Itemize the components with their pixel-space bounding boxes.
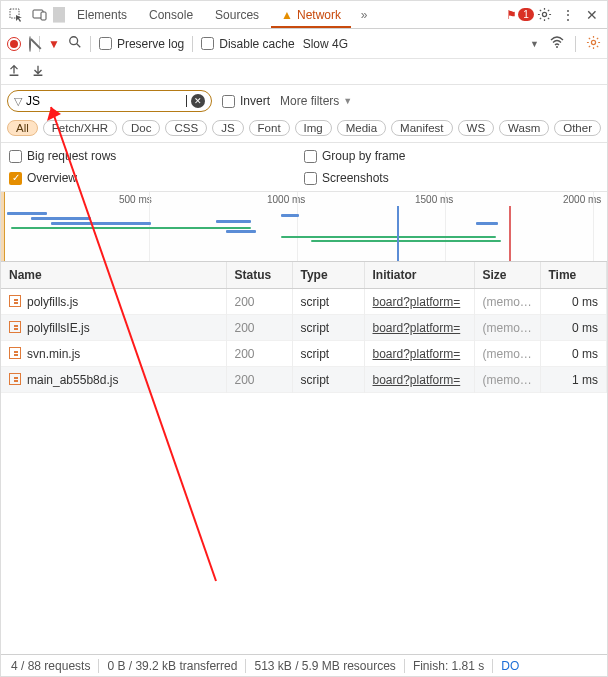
kebab-icon[interactable]: ⋮ (557, 4, 579, 26)
type-pill-doc[interactable]: Doc (122, 120, 160, 136)
col-type[interactable]: Type (292, 262, 364, 289)
tab-sources[interactable]: Sources (205, 3, 269, 27)
filter-input-wrap[interactable]: ▽ ✕ (7, 90, 212, 112)
funnel-icon: ▽ (14, 95, 22, 108)
col-name[interactable]: Name (1, 262, 226, 289)
network-toolbar: ▼ Preserve log Disable cache Slow 4G ▼ (1, 29, 607, 59)
wifi-icon[interactable] (549, 34, 565, 53)
group-frame-checkbox[interactable]: Group by frame (304, 149, 599, 163)
preserve-log-checkbox[interactable]: Preserve log (99, 37, 184, 51)
script-icon (9, 295, 21, 307)
type-pill-manifest[interactable]: Manifest (391, 120, 452, 136)
settings-icon[interactable] (533, 4, 555, 26)
import-export-row (1, 59, 607, 85)
net-settings-icon[interactable] (586, 35, 601, 53)
download-icon[interactable] (31, 63, 45, 80)
caret-icon (186, 95, 187, 107)
script-icon (9, 347, 21, 359)
type-pill-js[interactable]: JS (212, 120, 243, 136)
col-status[interactable]: Status (226, 262, 292, 289)
type-pill-img[interactable]: Img (295, 120, 332, 136)
svg-point-4 (70, 37, 78, 45)
table-row[interactable]: main_ab55b8d.js 200script board?platform… (1, 367, 607, 393)
clear-button[interactable] (29, 37, 31, 51)
status-finish: Finish: 1.81 s (405, 659, 493, 673)
svg-point-6 (556, 46, 558, 48)
type-filter-row: AllFetch/XHRDocCSSJSFontImgMediaManifest… (1, 117, 607, 143)
tab-console[interactable]: Console (139, 3, 203, 27)
filter-input[interactable] (26, 94, 182, 108)
divider (53, 7, 65, 23)
svg-rect-2 (41, 12, 46, 20)
filter-toggle-icon[interactable]: ▼ (48, 37, 60, 51)
table-body: polyfills.js 200script board?platform=(m… (1, 289, 607, 393)
more-tabs-icon[interactable]: » (353, 4, 375, 26)
devtools-tab-bar: Elements Console Sources ▲Network » ⚑1 ⋮… (1, 1, 607, 29)
search-icon[interactable] (68, 35, 82, 52)
table-row[interactable]: polyfills.js 200script board?platform=(m… (1, 289, 607, 315)
table-row[interactable]: polyfillsIE.js 200script board?platform=… (1, 315, 607, 341)
requests-table: Name Status Type Initiator Size Time (1, 262, 607, 289)
record-button[interactable] (7, 37, 21, 51)
script-icon (9, 321, 21, 333)
filter-row: ▽ ✕ Invert More filters ▼ (1, 85, 607, 117)
type-pill-ws[interactable]: WS (458, 120, 495, 136)
invert-checkbox[interactable]: Invert (222, 94, 270, 108)
type-pill-font[interactable]: Font (249, 120, 290, 136)
type-pill-wasm[interactable]: Wasm (499, 120, 549, 136)
col-time[interactable]: Time (540, 262, 607, 289)
inspect-icon[interactable] (5, 4, 27, 26)
more-filters-button[interactable]: More filters ▼ (280, 94, 352, 108)
status-bar: 4 / 88 requests 0 B / 39.2 kB transferre… (1, 654, 607, 676)
type-pill-media[interactable]: Media (337, 120, 386, 136)
screenshots-checkbox[interactable]: Screenshots (304, 171, 599, 185)
status-dom: DO (493, 659, 527, 673)
tab-elements[interactable]: Elements (67, 3, 137, 27)
options-row: Big request rows ✓Overview Group by fram… (1, 143, 607, 192)
overview-checkbox[interactable]: ✓Overview (9, 171, 304, 185)
divider (90, 36, 91, 52)
svg-point-3 (542, 12, 546, 16)
disable-cache-checkbox[interactable]: Disable cache (201, 37, 294, 51)
status-requests: 4 / 88 requests (3, 659, 99, 673)
tab-network[interactable]: ▲Network (271, 3, 351, 27)
script-icon (9, 373, 21, 385)
type-pill-fetchxhr[interactable]: Fetch/XHR (43, 120, 117, 136)
throttle-select[interactable]: Slow 4G (303, 37, 348, 51)
svg-point-7 (591, 40, 595, 44)
issues-icon[interactable]: ⚑1 (509, 4, 531, 26)
clear-filter-icon[interactable]: ✕ (191, 94, 205, 108)
col-initiator[interactable]: Initiator (364, 262, 474, 289)
type-pill-all[interactable]: All (7, 120, 38, 136)
throttle-arrow-icon[interactable]: ▼ (530, 39, 539, 49)
divider (575, 36, 576, 52)
status-transferred: 0 B / 39.2 kB transferred (99, 659, 246, 673)
timeline-overview[interactable]: 500 ms 1000 ms 1500 ms 2000 ms (1, 192, 607, 262)
device-icon[interactable] (29, 4, 51, 26)
close-icon[interactable]: ✕ (581, 4, 603, 26)
type-pill-other[interactable]: Other (554, 120, 601, 136)
table-header-row: Name Status Type Initiator Size Time (1, 262, 607, 289)
col-size[interactable]: Size (474, 262, 540, 289)
table-row[interactable]: svn.min.js 200script board?platform=(mem… (1, 341, 607, 367)
svg-line-5 (77, 44, 81, 48)
upload-icon[interactable] (7, 63, 21, 80)
type-pill-css[interactable]: CSS (165, 120, 207, 136)
big-rows-checkbox[interactable]: Big request rows (9, 149, 304, 163)
divider (192, 36, 193, 52)
status-resources: 513 kB / 5.9 MB resources (246, 659, 404, 673)
